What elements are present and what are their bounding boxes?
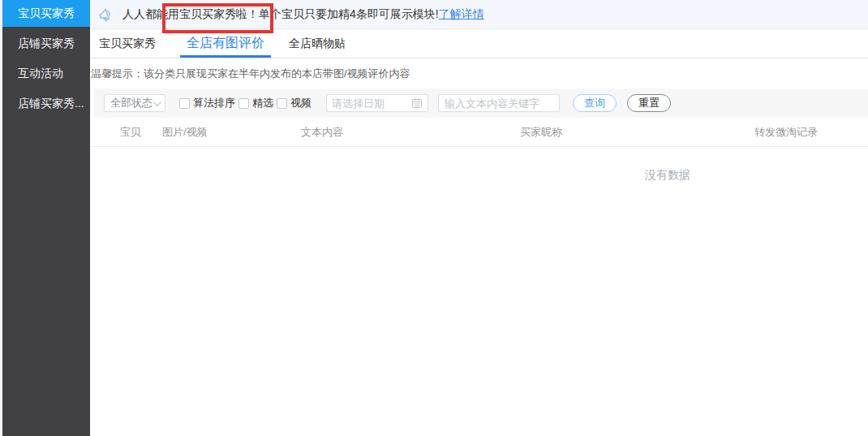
checkbox-box[interactable]	[277, 98, 287, 109]
tab-all-shop-show-posts[interactable]: 全店晒物贴	[289, 29, 346, 58]
column-header-picture-video: 图片/视频	[162, 125, 301, 140]
keyword-input[interactable]	[438, 94, 560, 112]
tip-text: 温馨提示：该分类只展现买家在半年内发布的本店带图/视频评价内容	[91, 67, 868, 81]
date-picker-field[interactable]	[326, 94, 428, 112]
status-select[interactable]: 全部状态	[104, 94, 165, 112]
column-header-text-content: 文本内容	[301, 125, 520, 140]
table-header-row: 宝贝 图片/视频 文本内容 买家昵称 转发微淘记录	[90, 118, 868, 147]
status-select-value: 全部状态	[110, 96, 153, 110]
checkbox-box[interactable]	[179, 98, 190, 109]
tab-bar: 宝贝买家秀 全店有图评价 全店晒物贴	[90, 29, 868, 58]
learn-more-link[interactable]: 了解详情	[439, 7, 484, 22]
main-content: 人人都能用宝贝买家秀啦！单个宝贝只要加精4条即可展示模块!了解详情 宝贝买家秀 …	[90, 0, 868, 436]
column-header-buyer-nickname: 买家昵称	[520, 125, 754, 140]
search-button[interactable]: 查询	[573, 94, 617, 112]
checkbox-label: 视频	[290, 96, 312, 110]
sidebar-item-shop-buyer-show[interactable]: 店铺买家秀	[2, 30, 90, 57]
sidebar: 宝贝买家秀 店铺买家秀 互动活动 店铺买家秀...	[2, 0, 90, 436]
column-header-item: 宝贝	[120, 125, 162, 140]
checkbox-box[interactable]	[238, 98, 249, 109]
checkbox-label: 精选	[252, 96, 273, 110]
megaphone-icon	[96, 6, 115, 24]
tab-item-buyer-show[interactable]: 宝贝买家秀	[99, 29, 156, 58]
checkbox-algorithm-sort[interactable]: 算法排序	[179, 96, 235, 110]
empty-state-text: 没有数据	[645, 168, 868, 183]
checkbox-video[interactable]: 视频	[277, 96, 312, 110]
sidebar-item-shop-buyer-show-2[interactable]: 店铺买家秀...	[2, 90, 90, 117]
app-window: 宝贝买家秀 店铺买家秀 互动活动 店铺买家秀... 人人都能用宝贝买家秀啦！单个…	[0, 0, 868, 436]
calendar-icon	[411, 97, 423, 109]
chevron-down-icon	[153, 98, 161, 106]
checkbox-label: 算法排序	[193, 96, 235, 110]
sidebar-item-interactive-activity[interactable]: 互动活动	[2, 60, 90, 87]
checkbox-featured[interactable]: 精选	[238, 96, 273, 110]
column-header-weitao-forward-record: 转发微淘记录	[754, 125, 868, 140]
filter-bar: 全部状态 算法排序 精选 视频	[94, 88, 868, 118]
notification-text: 人人都能用宝贝买家秀啦！单个宝贝只要加精4条即可展示模块!	[122, 7, 439, 22]
date-input[interactable]	[332, 97, 411, 110]
notification-bar: 人人都能用宝贝买家秀啦！单个宝贝只要加精4条即可展示模块!了解详情	[90, 0, 868, 29]
reset-button[interactable]: 重置	[627, 94, 671, 112]
sidebar-item-item-buyer-show[interactable]: 宝贝买家秀	[2, 0, 90, 27]
tab-all-shop-picture-reviews[interactable]: 全店有图评价	[187, 29, 264, 58]
